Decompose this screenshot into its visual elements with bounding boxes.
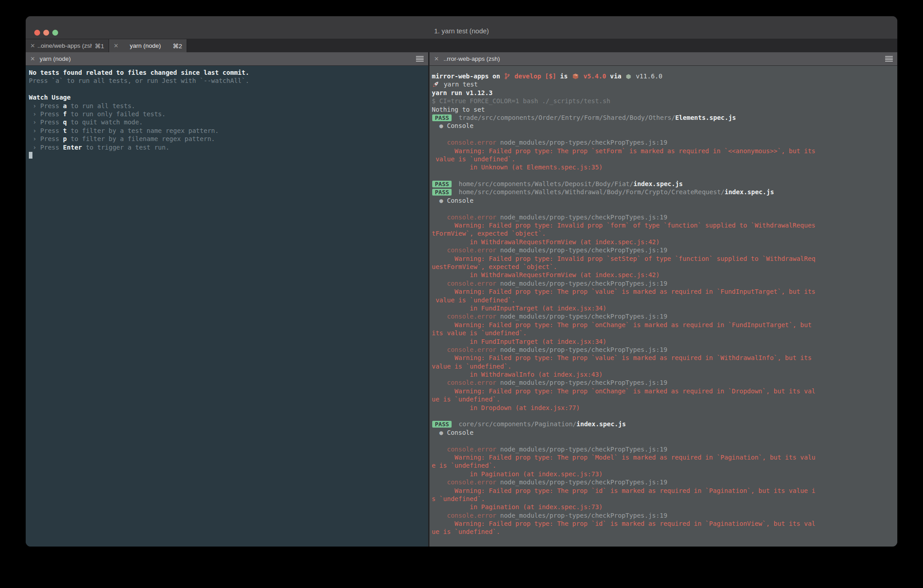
text-segment: node_modules/prop-types/checkPropTypes.j… [496,446,667,453]
window-title: 1. yarn test (node) [26,27,897,35]
text-segment: in FundInputTarget (at index.jsx:34) [432,305,607,312]
terminal-line: console.error node_modules/prop-types/ch… [432,445,897,453]
pane-close-icon[interactable]: ✕ [30,55,35,62]
text-segment: in Dropdown (at index.jsx:77) [432,404,580,411]
terminal-cursor [29,152,32,159]
text-segment: in Unknown (at Elements.spec.js:35) [432,164,603,171]
tab-web-apps[interactable]: ✕ ..oine/web-apps (zsh) ⌘1 [26,39,109,52]
text-segment: node_modules/prop-types/checkPropTypes.j… [496,246,667,254]
terminal-line: yarn test [432,80,897,88]
terminal-right[interactable]: mirror-web-apps on develop [$] is v5.4.0… [430,66,897,547]
text-segment: yarn test [440,81,478,88]
terminal-line: Warning: Failed prop type: The prop `onC… [432,387,897,395]
left-pane: ✕ yarn (node) No tests found related to … [26,52,428,547]
text-segment: console.error [432,512,496,519]
text-segment: node_modules/prop-types/checkPropTypes.j… [496,379,667,386]
terminal-line [29,151,428,160]
text-segment: console.error [432,246,496,254]
menu-icon[interactable] [416,56,424,62]
terminal-line: in Pagination (at index.spec.js:73) [432,470,897,478]
terminal-line [432,412,897,420]
tab-bar-empty-space [187,39,897,52]
text-segment: tFormView`, expected `object`. [432,230,546,237]
text-segment: Warning: Failed prop type: The prop `val… [432,288,815,295]
terminal-line: PASS home/src/components/Wallets/Deposit… [432,180,897,188]
text-segment: trade/src/components/Order/Entry/Form/Sh… [455,114,675,121]
git-branch-icon [505,73,510,81]
text-segment: Warning: Failed prop type: The prop `id`… [432,520,815,527]
pass-badge: PASS [432,189,452,196]
text-segment: v5.4.0 [580,73,606,80]
terminal-line: in FundInputTarget (at index.jsx:34) [432,337,897,346]
text-segment: › Press [29,102,63,109]
terminal-line: in WithdrawalInfo (at index.jsx:43) [432,370,897,378]
text-segment: › Press [29,110,63,118]
terminal-line: console.error node_modules/prop-types/ch… [432,279,897,287]
terminal-line: Press `a` to run all tests, or run Jest … [29,77,428,85]
terminal-line [432,205,897,213]
terminal-line: value is `undefined`. [432,155,897,163]
terminal-line: $ CI=true FORCE_COLOR=1 bash ./_scripts/… [432,97,897,105]
terminal-line: Warning: Failed prop type: The prop `id`… [432,520,897,528]
terminal-line: in Unknown (at Elements.spec.js:35) [432,163,897,171]
text-segment: Console [443,197,473,204]
text-segment: uestFormView`, expected `object`. [432,263,557,270]
terminal-window: 1. yarn test (node) ✕ ..oine/web-apps (z… [26,16,897,547]
text-segment: index.spec.js [725,188,774,196]
text-segment: to run only failed tests. [67,110,165,118]
hexagon-icon [626,73,631,81]
text-segment: to trigger a test run. [82,144,169,151]
text-segment: Console [443,429,473,436]
terminal-line: › Press q to quit watch mode. [29,118,428,126]
terminal-line: ● Console [432,122,897,130]
text-segment: on [493,73,504,80]
text-segment: Console [443,122,473,129]
terminal-line: › Press f to run only failed tests. [29,110,428,118]
right-pane-header: ✕ ..rror-web-apps (zsh) [430,52,897,66]
terminal-line: › Press Enter to trigger a test run. [29,143,428,151]
terminal-line: Warning: Failed prop type: The prop `val… [432,354,897,362]
terminal-line: Warning: Failed prop type: The prop `Mod… [432,453,897,461]
terminal-line: PASS trade/src/components/Order/Entry/Fo… [432,114,897,122]
pane-close-icon[interactable]: ✕ [434,55,439,62]
text-segment: Enter [63,144,82,151]
text-segment: s `undefined`. [432,495,485,502]
terminal-line: › Press a to run all tests. [29,102,428,110]
text-segment: Warning: Failed prop type: The prop `set… [432,147,815,155]
text-segment: No tests found related to files changed … [29,69,249,76]
text-segment: home/src/components/Wallets/Deposit/Body… [455,180,633,187]
terminal-line: its value is `undefined`. [432,329,897,337]
terminal-line: PASS home/src/components/Wallets/Withdra… [432,188,897,196]
terminal-left[interactable]: No tests found related to files changed … [26,66,428,547]
text-segment: node_modules/prop-types/checkPropTypes.j… [496,479,667,486]
text-segment: v11.6.0 [632,73,662,80]
text-segment: node_modules/prop-types/checkPropTypes.j… [496,214,667,221]
text-segment: via [606,73,625,80]
text-segment [432,122,439,129]
tab-yarn-node[interactable]: ✕ yarn (node) ⌘2 [109,39,187,52]
terminal-line: Warning: Failed prop type: The prop `val… [432,287,897,296]
terminal-line: in Pagination (at index.spec.js:73) [432,503,897,511]
terminal-line: console.error node_modules/prop-types/ch… [432,346,897,354]
terminal-line: uestFormView`, expected `object`. [432,263,897,271]
terminal-line [432,172,897,180]
text-segment: yarn run v1.12.3 [432,89,493,96]
tab-label: yarn (node) [121,42,170,49]
terminal-line: in WithdrawalRequestFormView (at index.s… [432,238,897,246]
tab-close-icon[interactable]: ✕ [114,42,119,49]
tab-close-icon[interactable]: ✕ [30,42,35,49]
text-segment: console.error [432,313,496,320]
text-segment: is [556,73,571,80]
pass-badge: PASS [432,421,452,428]
text-segment: › Press [29,135,63,142]
terminal-line: ● Console [432,196,897,205]
text-segment: e is `undefined`. [432,462,496,469]
tab-shortcut: ⌘1 [95,42,104,50]
pass-badge: PASS [432,114,452,121]
text-segment: develop [$] [511,73,556,80]
menu-icon[interactable] [885,56,893,62]
terminal-line: e is `undefined`. [432,461,897,469]
text-segment: value is `undefined`. [432,155,515,163]
terminal-line: console.error node_modules/prop-types/ch… [432,312,897,320]
text-segment: core/src/components/Pagination/ [455,420,576,428]
